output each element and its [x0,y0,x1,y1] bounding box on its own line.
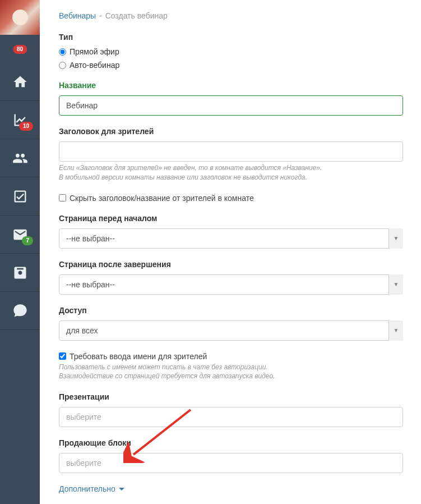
selling-blocks-section: Продающие блоки [59,438,403,473]
page-before-select[interactable]: --не выбран-- ▼ [59,228,403,249]
require-name-checkbox-row[interactable]: Требовать ввода имени для зрителей [59,352,403,361]
selling-blocks-input[interactable] [59,453,403,473]
safe-icon [12,264,29,281]
type-label: Тип [59,33,403,42]
require-name-label: Требовать ввода имени для зрителей [70,352,207,361]
nav-users[interactable] [0,139,40,177]
radio-auto-input[interactable] [59,62,66,69]
name-label: Название [59,81,403,90]
radio-auto[interactable]: Авто-вебинар [59,61,403,70]
page-before-section: Страница перед началом --не выбран-- ▼ [59,214,403,249]
presentations-input[interactable] [59,407,403,427]
main-content: Вебинары - Создать вебинар Тип Прямой эф… [40,0,421,504]
name-section: Название [59,81,403,116]
radio-live[interactable]: Прямой эфир [59,47,403,56]
chat-icon [12,303,29,319]
breadcrumb-separator: - [99,11,102,20]
presentations-label: Презентации [59,392,403,401]
checkbox-icon [12,188,29,205]
nav-chat[interactable] [0,292,40,330]
page-after-label: Страница после завершения [59,260,403,269]
name-input[interactable] [59,95,403,116]
viewer-title-input[interactable] [59,141,403,162]
caret-down-icon [119,488,124,491]
avatar[interactable] [0,0,40,35]
badge-analytics: 10 [19,122,33,131]
nav-safe[interactable] [0,254,40,292]
sidebar: 80 10 7 [0,0,40,504]
radio-live-input[interactable] [59,48,66,56]
access-label: Доступ [59,306,403,315]
nav-notifications[interactable]: 80 [0,35,40,63]
nav-tasks[interactable] [0,177,40,216]
require-name-hint: Пользователь с именем может писать в чат… [59,363,403,382]
page-after-section: Страница после завершения --не выбран-- … [59,260,403,295]
breadcrumb-link[interactable]: Вебинары [59,11,96,20]
access-section: Доступ для всех ▼ [59,306,403,341]
home-icon [12,74,29,90]
require-name-section: Требовать ввода имени для зрителей Польз… [59,352,403,382]
users-icon [12,150,29,167]
type-section: Тип Прямой эфир Авто-вебинар [59,33,403,70]
viewer-title-hint: Если «Заголовок для зрителей» не введен,… [59,163,403,182]
presentations-section: Презентации [59,392,403,427]
selling-blocks-label: Продающие блоки [59,438,403,447]
nav-analytics[interactable]: 10 [0,101,40,139]
radio-live-label: Прямой эфир [70,47,119,56]
radio-auto-label: Авто-вебинар [70,61,119,70]
breadcrumb: Вебинары - Создать вебинар [59,11,403,20]
hide-title-checkbox-row[interactable]: Скрыть заголовок/название от зрителей в … [59,194,403,203]
additional-toggle[interactable]: Дополнительно [59,484,124,493]
hide-title-section: Скрыть заголовок/название от зрителей в … [59,194,403,203]
page-before-label: Страница перед началом [59,214,403,223]
nav-mail[interactable]: 7 [0,216,40,254]
access-select[interactable]: для всех ▼ [59,320,403,341]
access-value: для всех [59,320,403,341]
nav-home[interactable] [0,63,40,101]
breadcrumb-current: Создать вебинар [105,11,168,20]
hide-title-checkbox[interactable] [59,194,66,201]
hide-title-label: Скрыть заголовок/название от зрителей в … [70,194,254,203]
page-after-select[interactable]: --не выбран-- ▼ [59,274,403,295]
viewer-title-label: Заголовок для зрителей [59,127,403,136]
page-before-value: --не выбран-- [59,228,403,249]
badge-notifications: 80 [13,45,27,54]
additional-label: Дополнительно [59,484,115,493]
badge-mail: 7 [22,236,33,245]
require-name-checkbox[interactable] [59,352,66,360]
page-after-value: --не выбран-- [59,274,403,295]
viewer-title-section: Заголовок для зрителей Если «Заголовок д… [59,127,403,182]
